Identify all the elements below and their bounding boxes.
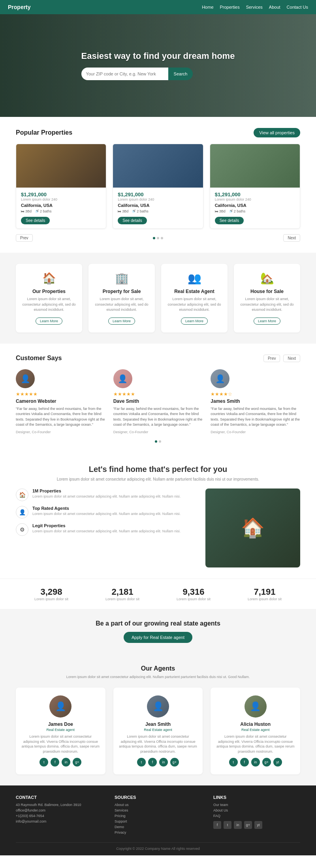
footer-copyright: Copyright © 2022 Company Name All rights… xyxy=(16,842,300,851)
service-title-3: Real Estate Agent xyxy=(167,289,222,294)
properties-title: Popular Properties xyxy=(16,129,72,136)
footer-social-facebook[interactable]: f xyxy=(213,821,221,829)
service-learn-button-1[interactable]: Learn More xyxy=(36,318,62,325)
footer-source-5[interactable]: Demo xyxy=(115,825,201,829)
nav-about[interactable]: About xyxy=(269,5,280,9)
search-button[interactable]: Search xyxy=(168,68,193,80)
footer-social-linkedin[interactable]: in xyxy=(234,821,242,829)
footer-grid: Contact 43 Raymouth Rd. Balimore, London… xyxy=(16,795,300,836)
prev-testimonials-button[interactable]: Prev xyxy=(263,355,280,362)
agent-social-linkedin-3[interactable]: in xyxy=(251,758,260,767)
service-card-3: 👥 Real Estate Agent Lorem ipsum dolor si… xyxy=(161,264,228,333)
find-feature-2: 👤 Top Rated Agents Lorem ipsum dolor sit… xyxy=(16,506,194,519)
agent-avatar-1: 👤 xyxy=(49,695,71,718)
agent-social-twitter-1[interactable]: t xyxy=(40,758,48,767)
footer-source-4[interactable]: Support xyxy=(115,819,201,823)
footer-link-2[interactable]: About Us xyxy=(213,808,300,812)
agent-social-google-1[interactable]: g+ xyxy=(73,758,81,767)
footer-email1[interactable]: office@funder.com xyxy=(16,808,103,812)
footer-source-2[interactable]: Services xyxy=(115,808,201,812)
agent-social-3: t f in g+ yt xyxy=(216,758,295,767)
footer-links-col: Links Our team About Us FAQ f t in g+ yt xyxy=(213,795,300,836)
next-testimonials-button[interactable]: Next xyxy=(283,355,300,362)
testimonial-role-2: Designer, Co-Founder xyxy=(113,430,203,434)
footer-source-1[interactable]: About us xyxy=(115,803,201,807)
property-info-1: $1,291,000 Lorem ipsum dolor 240 Califor… xyxy=(16,188,106,228)
search-input[interactable] xyxy=(81,68,168,80)
property-sub-2: Lorem ipsum dolor 240 xyxy=(118,197,198,201)
testimonial-stars-1: ★★★★★ xyxy=(16,391,105,397)
agent-social-twitter-2[interactable]: t xyxy=(137,758,146,767)
find-feature-desc-3: Lorem ipsum dolor sit amet consectetur a… xyxy=(32,529,181,534)
footer-social-row: f t in g+ yt xyxy=(213,821,300,829)
footer-phone[interactable]: +1(203) 654-7654 xyxy=(16,814,103,818)
agent-social-google-2[interactable]: g+ xyxy=(170,758,179,767)
property-location-2: California, USA xyxy=(118,203,198,208)
agent-role-3: Real Estate agent xyxy=(216,728,295,732)
agent-desc-2: Lorem ipsum dolor sit amet consectetur a… xyxy=(119,734,198,754)
find-feature-icon-2: 👤 xyxy=(16,506,28,519)
service-icon-1: 🏠 xyxy=(21,272,77,285)
service-learn-button-4[interactable]: Learn More xyxy=(254,318,280,325)
agent-social-yt-3[interactable]: yt xyxy=(273,758,282,767)
nav-contact[interactable]: Contact Us xyxy=(287,5,308,9)
nav-properties[interactable]: Properties xyxy=(220,5,240,9)
testimonial-avatar-1: 👤 xyxy=(16,369,35,388)
agent-card-2: 👤 Jean Smith Real Estate agent Lorem ips… xyxy=(113,688,203,774)
agent-card-3: 👤 Alicia Huston Real Estate agent Lorem … xyxy=(211,688,300,774)
agent-social-twitter-3[interactable]: t xyxy=(229,758,238,767)
service-icon-4: 🏡 xyxy=(239,272,295,285)
service-desc-4: Lorem ipsum dolor sit amet, consectetur … xyxy=(239,297,295,313)
service-icon-2: 🏢 xyxy=(94,272,149,285)
agent-avatar-2: 👤 xyxy=(147,695,169,718)
footer-links-title: Links xyxy=(213,795,300,800)
find-features: 🏠 1M Properties Lorem ipsum dolor sit am… xyxy=(16,488,194,536)
testimonials-grid: 👤 ★★★★★ Cameron Webster "Far far away, b… xyxy=(16,369,300,434)
property-price-3: $1,291,000 xyxy=(215,192,295,197)
footer-link-1[interactable]: Our team xyxy=(213,803,300,807)
service-learn-button-3[interactable]: Learn More xyxy=(181,318,208,325)
agent-role-2: Real Estate agent xyxy=(119,728,198,732)
nav-services[interactable]: Services xyxy=(246,5,263,9)
footer-social-google[interactable]: g+ xyxy=(244,821,252,829)
service-learn-button-2[interactable]: Learn More xyxy=(108,318,135,325)
services-grid: 🏠 Our Properties Lorem ipsum dolor sit a… xyxy=(16,264,300,333)
find-feature-title-3: Legit Properties xyxy=(32,523,181,528)
stats-section: 3,298 Lorem ipsum dolor sit 2,181 Lorem … xyxy=(0,579,316,609)
agent-social-facebook-2[interactable]: f xyxy=(148,758,157,767)
agent-social-google-3[interactable]: g+ xyxy=(262,758,271,767)
tdot-2 xyxy=(159,440,161,443)
property-detail-button-3[interactable]: See details xyxy=(215,217,244,224)
testimonial-text-1: "Far far away, behind the word mountains… xyxy=(16,406,105,428)
view-all-properties-button[interactable]: View all properties xyxy=(254,128,300,137)
footer-email2[interactable]: info@yourmail.com xyxy=(16,819,103,823)
footer-source-3[interactable]: Pricing xyxy=(115,814,201,818)
service-desc-1: Lorem ipsum dolor sit amet, consectetur … xyxy=(21,297,77,313)
cta-button[interactable]: Apply for Real Estate agent xyxy=(124,632,192,643)
property-detail-button-2[interactable]: See details xyxy=(118,217,147,224)
prev-properties-button[interactable]: Prev xyxy=(16,234,33,242)
agents-grid: 👤 James Doe Real Estate agent Lorem ipsu… xyxy=(16,688,300,774)
stat-label-3: Lorem ipsum dolor sit xyxy=(158,597,229,601)
agent-social-facebook-3[interactable]: f xyxy=(240,758,249,767)
agent-social-linkedin-2[interactable]: in xyxy=(159,758,168,767)
find-feature-icon-1: 🏠 xyxy=(16,488,28,501)
find-feature-desc-2: Lorem ipsum dolor sit amet consectetur a… xyxy=(32,511,181,517)
footer-source-6[interactable]: Privacy xyxy=(115,830,201,834)
agent-social-linkedin-1[interactable]: in xyxy=(62,758,70,767)
footer-social-youtube[interactable]: yt xyxy=(254,821,262,829)
next-properties-button[interactable]: Next xyxy=(283,234,300,242)
tdot-1 xyxy=(155,440,157,443)
footer-link-3[interactable]: FAQ xyxy=(213,814,300,818)
property-card-1: $1,291,000 Lorem ipsum dolor 240 Califor… xyxy=(16,144,106,229)
footer-social-twitter[interactable]: t xyxy=(224,821,231,829)
popular-properties-section: Popular Properties View all properties $… xyxy=(0,117,316,253)
property-baths-3: 🚿 2 baths xyxy=(229,209,246,213)
agents-subtitle: Lorem ipsum dolor sit amet consectetur a… xyxy=(16,674,300,680)
property-detail-button-1[interactable]: See details xyxy=(21,217,50,224)
service-title-4: House for Sale xyxy=(239,289,295,294)
footer-sources-col: Sources About us Services Pricing Suppor… xyxy=(115,795,201,836)
copyright-text: Copyright © 2022 Company Name All rights… xyxy=(116,847,200,851)
nav-home[interactable]: Home xyxy=(202,5,213,9)
agent-social-facebook-1[interactable]: f xyxy=(51,758,59,767)
